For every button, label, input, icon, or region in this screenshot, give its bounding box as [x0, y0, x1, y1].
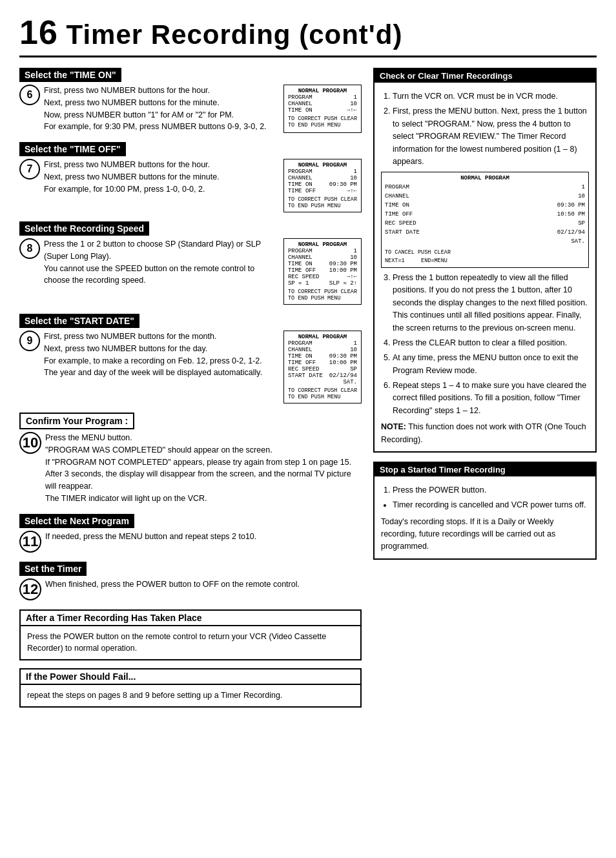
step-11-circle: 11 — [19, 531, 41, 553]
page-heading: Timer Recording (cont'd) — [67, 19, 403, 50]
section-time-off: Select the "TIME OFF" 7 First, press two… — [19, 142, 362, 212]
step-9-content: First, press two NUMBER buttons for the … — [44, 331, 362, 403]
section-stop-timer: Stop a Started Timer Recording Press the… — [373, 462, 597, 560]
section-stop-timer-header: Stop a Started Timer Recording — [375, 463, 595, 476]
step-6-text: First, press two NUMBER buttons for the … — [44, 85, 278, 133]
page-title: 16 Timer Recording (cont'd) — [19, 13, 597, 57]
section-start-date: Select the "START DATE" 9 First, press t… — [19, 314, 362, 403]
section-power-fail: If the Power Should Fail... repeat the s… — [19, 668, 362, 708]
section-after-recording-body: Press the POWER button on the remote con… — [21, 626, 360, 660]
right-column: Check or Clear Timer Recordings Turn the… — [373, 68, 597, 715]
section-after-recording: After a Timer Recording Has Taken Place … — [19, 609, 362, 661]
check-clear-item-4: Press the CLEAR button to clear a filled… — [393, 337, 589, 349]
section-check-clear: Check or Clear Timer Recordings Turn the… — [373, 68, 597, 453]
section-recording-speed: Select the Recording Speed 8 Press the 1… — [19, 221, 362, 305]
section-time-off-header: Select the "TIME OFF" — [19, 142, 126, 156]
section-next-program: Select the Next Program 11 If needed, pr… — [19, 514, 362, 553]
section-power-fail-header: If the Power Should Fail... — [21, 669, 360, 685]
section-confirm-program-header: Confirm Your Program : — [19, 413, 134, 429]
step-8-content: Press the 1 or 2 button to choose SP (St… — [44, 238, 362, 305]
screen-check-clear: NORMAL PROGRAM PROGRAM1 CHANNEL10 TIME O… — [381, 172, 589, 268]
step-6-content: First, press two NUMBER buttons for the … — [44, 85, 362, 133]
check-clear-item-2: First, press the MENU button. Next, pres… — [393, 105, 589, 168]
step-7-circle: 7 — [19, 159, 40, 179]
section-next-program-header: Select the Next Program — [19, 514, 134, 528]
page-number: 16 — [19, 14, 58, 51]
left-column: Select the "TIME ON" 6 First, press two … — [19, 68, 362, 715]
check-clear-item-6: Repeat steps 1 – 4 to make sure you have… — [393, 380, 589, 417]
step-6-circle: 6 — [19, 85, 40, 105]
check-clear-item-3: Press the 1 button repeatedly to view al… — [393, 272, 589, 334]
section-set-timer: Set the Timer 12 When finished, press th… — [19, 562, 362, 600]
page-container: 16 Timer Recording (cont'd) Select the "… — [19, 13, 597, 715]
check-clear-item-5: At any time, press the MENU button once … — [393, 352, 589, 377]
check-clear-note: NOTE: This function does not work with O… — [381, 421, 589, 446]
section-after-recording-header: After a Timer Recording Has Taken Place — [21, 611, 360, 626]
section-time-on-header: Select the "TIME ON" — [19, 68, 121, 82]
stop-timer-bullets: Timer recording is cancelled and VCR pow… — [381, 499, 589, 511]
step-11-text: If needed, press the MENU button and rep… — [45, 531, 362, 543]
step-8-text: Press the 1 or 2 button to choose SP (St… — [44, 238, 278, 305]
step-12-circle: 12 — [19, 578, 41, 600]
step-9-text: First, press two NUMBER buttons for the … — [44, 331, 278, 403]
step-12-text: When finished, press the POWER button to… — [45, 578, 362, 591]
step-7-content: First, press two NUMBER buttons for the … — [44, 159, 362, 212]
check-clear-list: Turn the VCR on. VCR must be in VCR mode… — [381, 90, 589, 168]
step-10-text: Press the MENU button. "PROGRAM WAS COMP… — [45, 432, 362, 505]
section-check-clear-body: Turn the VCR on. VCR must be in VCR mode… — [375, 83, 595, 451]
check-clear-list-2: Press the 1 button repeatedly to view al… — [381, 272, 589, 417]
section-recording-speed-header: Select the Recording Speed — [19, 221, 149, 236]
step-10-circle: 10 — [19, 432, 41, 454]
section-set-timer-header: Set the Timer — [19, 562, 87, 576]
step-9-circle: 9 — [19, 331, 40, 351]
step-8-circle: 8 — [19, 238, 40, 259]
stop-timer-note: Today's recording stops. If it is a Dail… — [381, 516, 589, 553]
stop-timer-list: Press the POWER button. — [381, 484, 589, 496]
section-start-date-header: Select the "START DATE" — [19, 314, 139, 328]
section-check-clear-header: Check or Clear Timer Recordings — [375, 69, 595, 83]
section-time-on: Select the "TIME ON" 6 First, press two … — [19, 68, 362, 133]
section-power-fail-body: repeat the steps on pages 8 and 9 before… — [21, 685, 360, 706]
stop-timer-bullet-1: Timer recording is cancelled and VCR pow… — [393, 499, 589, 511]
screen-time-on: NORMAL PROGRAM PROGRAM1 CHANNEL10 TIME O… — [283, 85, 362, 133]
screen-time-off: NORMAL PROGRAM PROGRAM1 CHANNEL10 TIME O… — [283, 159, 362, 212]
section-confirm-program: Confirm Your Program : 10 Press the MENU… — [19, 413, 362, 505]
screen-recording-speed: NORMAL PROGRAM PROGRAM1 CHANNEL10 TIME O… — [283, 238, 362, 305]
stop-timer-item-1: Press the POWER button. — [393, 484, 589, 496]
section-stop-timer-body: Press the POWER button. Timer recording … — [375, 476, 595, 558]
check-clear-item-1: Turn the VCR on. VCR must be in VCR mode… — [393, 90, 589, 103]
step-7-text: First, press two NUMBER buttons for the … — [44, 159, 278, 212]
screen-start-date: NORMAL PROGRAM PROGRAM1 CHANNEL10 TIME O… — [283, 331, 362, 403]
